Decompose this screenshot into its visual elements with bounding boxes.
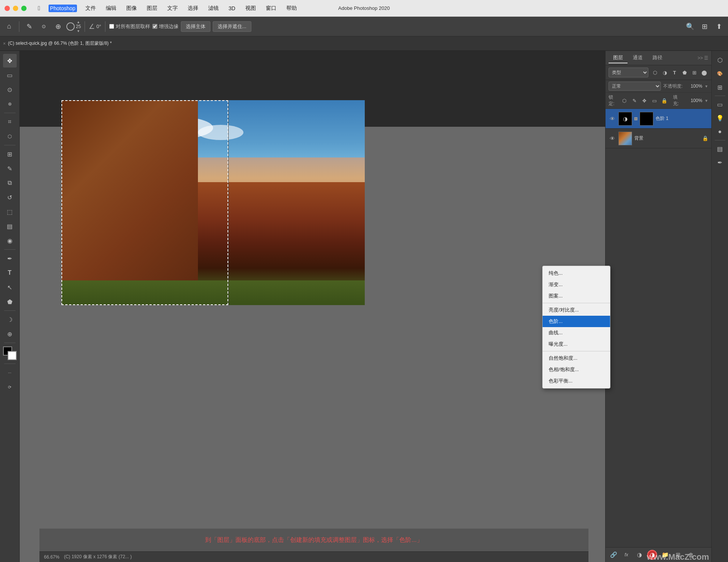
ctx-color-balance[interactable]: 色彩平衡... xyxy=(543,375,610,387)
lock-all-icon[interactable]: 🔒 xyxy=(661,96,668,105)
menu-select[interactable]: 选择 xyxy=(186,4,200,13)
background-color[interactable] xyxy=(8,351,17,360)
history-brush-tool[interactable]: ↺ xyxy=(3,190,17,204)
tab-channels[interactable]: 通道 xyxy=(628,53,647,63)
mask-icon[interactable]: ◑ xyxy=(634,550,644,560)
adjust-icon[interactable]: ▭ xyxy=(714,98,726,110)
toolbar-separator-3 xyxy=(105,21,105,32)
tab-close-button[interactable]: × xyxy=(3,41,6,46)
pen-tool[interactable]: ✒ xyxy=(3,252,17,265)
lock-move-icon[interactable]: ✥ xyxy=(640,96,648,105)
menu-image[interactable]: 图像 xyxy=(125,4,138,13)
menu-filter[interactable]: 滤镜 xyxy=(207,4,220,13)
filter-shape-icon[interactable]: ⬟ xyxy=(680,68,689,77)
quick-selection-tool[interactable]: ⊕ xyxy=(3,97,17,111)
filter-toggle-icon[interactable]: ⬤ xyxy=(700,68,708,77)
menu-3d[interactable]: 3D xyxy=(227,5,237,12)
ctx-curves[interactable]: 曲线... xyxy=(543,327,610,338)
filter-pixel-icon[interactable]: ⬡ xyxy=(651,68,659,77)
layer-visibility-bg[interactable]: 👁 xyxy=(609,135,616,142)
tool-presets-icon[interactable]: ⟳ xyxy=(3,380,17,394)
brush-tool-icon[interactable]: ✎ xyxy=(23,20,35,33)
crop-tool[interactable]: ⌗ xyxy=(3,115,17,129)
close-button[interactable] xyxy=(5,6,10,11)
select-mask-button[interactable]: 选择并遮住... xyxy=(213,21,251,32)
color-swatches-icon[interactable]: 🎨 xyxy=(714,68,726,80)
fx-icon[interactable]: fx xyxy=(621,550,631,560)
menu-text[interactable]: 文字 xyxy=(166,4,179,13)
link-layers-icon[interactable]: 🔗 xyxy=(609,550,618,560)
paint-icon[interactable]: ● xyxy=(714,126,726,138)
brush-size-stepper[interactable]: ▲ 25 ▼ xyxy=(76,20,81,33)
dodge-tool[interactable]: ◉ xyxy=(3,234,17,247)
lock-artboard-icon[interactable]: ▭ xyxy=(651,96,658,105)
type-tool[interactable]: T xyxy=(3,266,17,280)
filter-type-select[interactable]: 类型 xyxy=(609,68,648,77)
select-subject-button[interactable]: 选择主体 xyxy=(181,21,210,32)
move-tool[interactable]: ✥ xyxy=(3,54,17,68)
menu-layer[interactable]: 图层 xyxy=(145,4,159,13)
menu-view[interactable]: 视图 xyxy=(244,4,257,13)
menu-photoshop[interactable]: Photoshop xyxy=(49,5,77,12)
hand-tool[interactable]: ☽ xyxy=(3,313,17,326)
light-icon[interactable]: 💡 xyxy=(714,112,726,124)
ctx-brightness-contrast[interactable]: 亮度/对比度... xyxy=(543,304,610,316)
enhance-edge-checkbox-input[interactable] xyxy=(152,24,157,29)
layer-visibility-levels[interactable]: 👁 xyxy=(609,116,616,122)
menu-edit[interactable]: 编辑 xyxy=(104,4,118,13)
shape-tool[interactable]: ⬟ xyxy=(3,295,17,309)
filter-smart-icon[interactable]: ⊞ xyxy=(690,68,698,77)
image-canvas[interactable] xyxy=(61,100,365,305)
ctx-hue-saturation[interactable]: 色相/饱和度... xyxy=(543,364,610,375)
gradient-tool[interactable]: ▤ xyxy=(3,219,17,233)
menu-window[interactable]: 窗口 xyxy=(264,4,278,13)
sample-all-layers-checkbox[interactable]: 对所有图层取样 xyxy=(109,23,150,30)
sample-all-checkbox-input[interactable] xyxy=(109,24,114,29)
filter-text-icon[interactable]: T xyxy=(670,68,679,77)
healing-tool[interactable]: ⊞ xyxy=(3,147,17,161)
tab-layers[interactable]: 图层 xyxy=(609,53,628,63)
export-icon[interactable]: ⬆ xyxy=(713,20,725,33)
lock-checkerboard-icon[interactable]: ⬡ xyxy=(620,96,628,105)
layers-icon-right[interactable]: ▤ xyxy=(714,143,726,155)
zoom-tool[interactable]: ⊕ xyxy=(3,327,17,341)
filter-adjust-icon[interactable]: ◑ xyxy=(661,68,669,77)
menu-help[interactable]: 帮助 xyxy=(285,4,298,13)
fill-control[interactable]: 100% ▼ xyxy=(685,98,708,103)
clone-tool[interactable]: ⧉ xyxy=(3,176,17,190)
magic-wand-icon[interactable]: ⊕ xyxy=(52,20,64,33)
brush-tool[interactable]: ✎ xyxy=(3,162,17,175)
ctx-exposure[interactable]: 曝光度... xyxy=(543,338,610,350)
layer-item-levels[interactable]: 👁 ◑ 色阶 1 xyxy=(606,109,711,129)
blend-mode-select[interactable]: 正常 xyxy=(609,82,661,91)
ctx-solid-color[interactable]: 纯色... xyxy=(543,268,610,279)
lasso-tool[interactable]: ⊙ xyxy=(3,83,17,96)
grid-icon[interactable]: ⊞ xyxy=(714,81,726,93)
ctx-levels[interactable]: 色阶... xyxy=(543,316,610,327)
home-icon[interactable]: ⌂ xyxy=(3,20,15,33)
marquee-tool[interactable]: ▭ xyxy=(3,68,17,82)
eraser-tool[interactable]: ⬚ xyxy=(3,205,17,219)
properties-icon[interactable]: ⬡ xyxy=(714,54,726,66)
panel-expand-icon[interactable]: >> ☰ xyxy=(698,55,708,61)
quick-select-icon[interactable]: ⊙ xyxy=(38,20,50,33)
eyedropper-tool[interactable]: ⬡ xyxy=(3,129,17,143)
tab-paths[interactable]: 路径 xyxy=(648,53,667,63)
path-selection-tool[interactable]: ↖ xyxy=(3,280,17,294)
minimize-button[interactable] xyxy=(13,6,18,11)
ctx-vibrance[interactable]: 自然饱和度... xyxy=(543,353,610,364)
search-icon[interactable]: 🔍 xyxy=(684,20,696,33)
more-tools-icon[interactable]: ··· xyxy=(3,366,17,379)
maximize-button[interactable] xyxy=(21,6,27,11)
enhance-edge-checkbox[interactable]: 增强边缘 xyxy=(152,23,179,30)
layer-item-background[interactable]: 👁 背景 🔒 xyxy=(606,129,711,148)
arrange-icon[interactable]: ⊞ xyxy=(698,20,711,33)
ctx-pattern[interactable]: 图案... xyxy=(543,290,610,302)
opacity-control[interactable]: 100% ▼ xyxy=(685,83,708,89)
color-swatches[interactable] xyxy=(3,346,17,360)
ctx-gradient[interactable]: 渐变... xyxy=(543,279,610,290)
paths-icon-right[interactable]: ✒ xyxy=(714,156,726,168)
lock-draw-icon[interactable]: ✎ xyxy=(631,96,638,105)
apple-logo-icon[interactable]:  xyxy=(38,5,40,12)
menu-file[interactable]: 文件 xyxy=(84,4,97,13)
